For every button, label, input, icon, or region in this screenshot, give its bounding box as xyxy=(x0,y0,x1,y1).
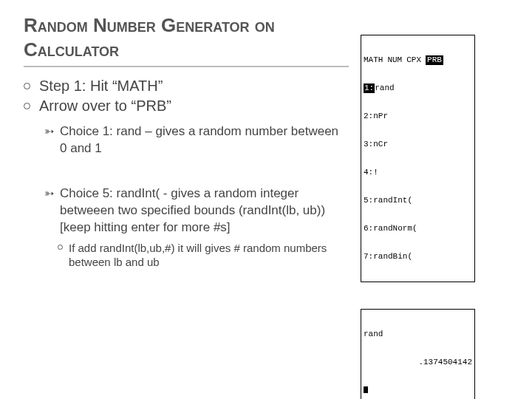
swirl-icon: ➳ xyxy=(44,124,54,157)
choice-text: Choice 5: randInt( - gives a random inte… xyxy=(60,185,349,236)
bullet-icon xyxy=(24,83,30,89)
screenshot-column: MATH NUM CPX PRB 1:rand 2:nPr 3:nCr 4:! … xyxy=(361,78,475,399)
step-text: Step 1: Hit “MATH” xyxy=(39,78,163,95)
step-1: Step 1: Hit “MATH” xyxy=(24,78,349,95)
calc-header: MATH NUM CPX PRB xyxy=(364,55,472,65)
step-text: Arrow over to “PRB” xyxy=(39,98,171,115)
cursor-icon xyxy=(364,386,368,393)
content-area: Step 1: Hit “MATH” Arrow over to “PRB” ➳… xyxy=(24,78,508,399)
menu-tab: MATH xyxy=(364,55,383,65)
menu-item: 2:nPr xyxy=(364,112,472,121)
text-column: Step 1: Hit “MATH” Arrow over to “PRB” ➳… xyxy=(24,78,349,399)
menu-item-selected: 1:rand xyxy=(364,83,472,93)
bullet-icon xyxy=(58,245,63,250)
choice-text: Choice 1: rand – gives a random number b… xyxy=(60,123,349,157)
menu-item: 7:randBin( xyxy=(364,252,472,262)
slide-title: Random Number Generator on Calculator xyxy=(24,13,349,67)
calc-rand-screen: rand .1374504142 xyxy=(361,309,475,399)
step-2: Arrow over to “PRB” xyxy=(24,98,349,115)
menu-tab: NUM xyxy=(387,55,402,65)
calc-result: .1374504142 xyxy=(364,358,472,367)
subnote-text: If add randInt(lb,ub,#) it will gives # … xyxy=(69,241,349,270)
choice-list: ➳ Choice 1: rand – gives a random number… xyxy=(44,123,349,270)
menu-item: 6:randNorm( xyxy=(364,224,472,233)
menu-item: 4:! xyxy=(364,168,472,177)
swirl-icon: ➳ xyxy=(44,186,54,236)
calc-line: rand xyxy=(364,330,472,339)
calc-prb-menu: MATH NUM CPX PRB 1:rand 2:nPr 3:nCr 4:! … xyxy=(361,35,475,282)
calc-cursor-line xyxy=(364,386,472,395)
choice-5-subnote: If add randInt(lb,ub,#) it will gives # … xyxy=(58,241,349,270)
menu-tab-selected: PRB xyxy=(426,55,443,65)
bullet-icon xyxy=(24,103,30,109)
choice-1: ➳ Choice 1: rand – gives a random number… xyxy=(44,123,349,157)
menu-item: 5:randInt( xyxy=(364,196,472,205)
choice-5: ➳ Choice 5: randInt( - gives a random in… xyxy=(44,185,349,270)
menu-tab: CPX xyxy=(406,55,421,65)
menu-item: 3:nCr xyxy=(364,140,472,149)
